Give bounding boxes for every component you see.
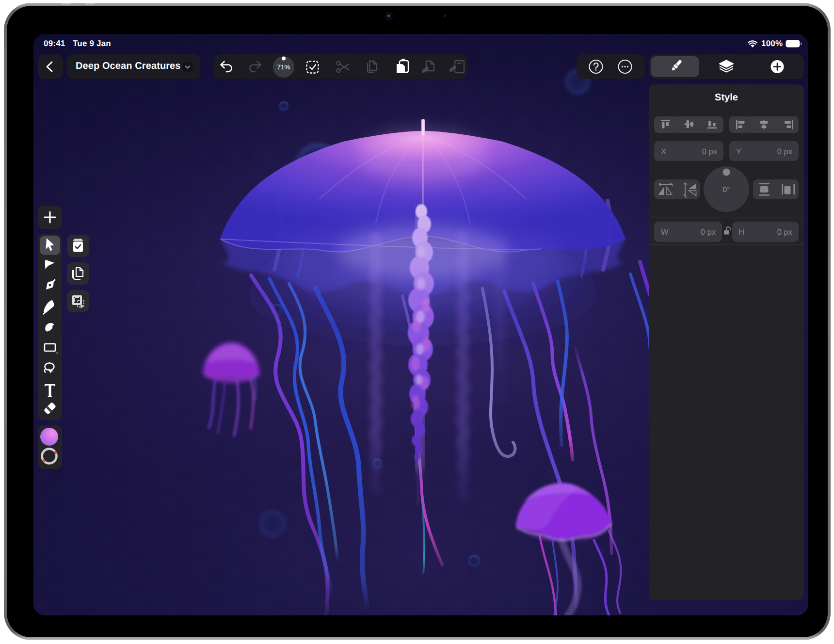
svg-text:71%: 71% (277, 64, 290, 71)
svg-text:W: W (661, 228, 669, 237)
svg-text:X: X (661, 147, 666, 156)
svg-text:H: H (738, 228, 744, 237)
svg-text:0 px: 0 px (777, 228, 793, 237)
svg-text:0 px: 0 px (702, 147, 718, 156)
svg-text:0 px: 0 px (777, 147, 793, 156)
svg-text:0°: 0° (723, 186, 730, 194)
svg-text:0 px: 0 px (701, 228, 716, 237)
svg-text:Y: Y (736, 147, 741, 156)
